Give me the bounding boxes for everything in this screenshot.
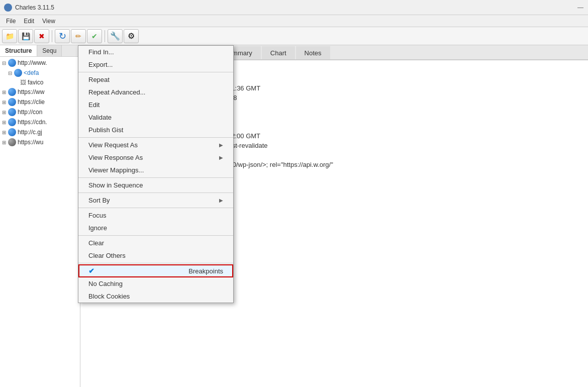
- menu-bar: File Edit View: [0, 15, 588, 27]
- toolbar-refresh-button[interactable]: ↻: [55, 29, 70, 43]
- tree-label: http://con: [18, 109, 42, 116]
- toolbar-check-button[interactable]: ✔: [87, 29, 102, 43]
- ctx-clear[interactable]: Clear: [78, 237, 233, 249]
- separator: [78, 208, 233, 208]
- title-bar: Charles 3.11.5 —: [0, 0, 588, 15]
- list-item[interactable]: 🖼 favico: [0, 78, 80, 87]
- tab-sequence[interactable]: Sequ: [37, 45, 62, 56]
- ctx-publish-gist[interactable]: Publish Gist: [78, 124, 233, 136]
- ctx-no-caching[interactable]: No Caching: [78, 277, 233, 290]
- globe-icon: [8, 138, 16, 146]
- expand-icon: ⊟: [2, 60, 8, 66]
- toolbar-separator-1: [52, 30, 52, 42]
- toolbar-settings-button[interactable]: ⚙: [124, 29, 139, 43]
- list-item[interactable]: ⊟ <defa: [0, 68, 80, 78]
- toolbar-open-button[interactable]: 📁: [2, 29, 17, 43]
- list-item[interactable]: ⊞ https://clie: [0, 97, 80, 107]
- separator: [78, 235, 233, 236]
- globe-icon: [8, 98, 16, 106]
- panel-tabs: Structure Sequ: [0, 45, 80, 57]
- ctx-ignore[interactable]: Ignore: [78, 222, 233, 234]
- ctx-sort-by[interactable]: Sort By: [78, 194, 233, 207]
- tree-label: https://wu: [18, 139, 43, 146]
- menu-edit[interactable]: Edit: [20, 17, 38, 26]
- ctx-export[interactable]: Export...: [78, 58, 233, 71]
- tab-structure[interactable]: Structure: [0, 45, 37, 56]
- expand-icon: ⊞: [2, 130, 8, 135]
- expand-icon: ⊟: [8, 70, 14, 76]
- main-container: Structure Sequ ⊟ http://www. ⊟ <defa 🖼 f…: [0, 45, 588, 387]
- toolbar-close-button[interactable]: ✖: [34, 29, 49, 43]
- list-item[interactable]: ⊟ http://www.: [0, 58, 80, 68]
- expand-icon: ⊞: [2, 89, 8, 95]
- list-item[interactable]: ⊞ https://cdn.: [0, 117, 80, 127]
- app-icon: [4, 4, 12, 12]
- tree-label: http://www.: [18, 59, 47, 66]
- ctx-validate[interactable]: Validate: [78, 111, 233, 124]
- ctx-view-request-as[interactable]: View Request As: [78, 139, 233, 151]
- globe-icon: [8, 59, 16, 67]
- tree-label: https://ww: [18, 88, 44, 95]
- ctx-focus[interactable]: Focus: [78, 209, 233, 222]
- app-title: Charles 3.11.5: [15, 4, 54, 11]
- globe-icon: [8, 108, 16, 116]
- list-item[interactable]: ⊞ http://c.gj: [0, 127, 80, 137]
- tree-label: https://cdn.: [18, 119, 47, 126]
- expand-icon: ⊞: [2, 140, 8, 145]
- tree-label: favico: [28, 79, 43, 86]
- file-icon: 🖼: [20, 79, 26, 86]
- ctx-block-cookies[interactable]: Block Cookies: [78, 290, 233, 303]
- expand-icon: ⊞: [2, 120, 8, 125]
- tree-label: <defa: [24, 69, 39, 76]
- globe-icon: [8, 128, 16, 136]
- checkmark-icon: ✔: [88, 267, 94, 275]
- separator: [78, 192, 233, 193]
- ctx-repeat[interactable]: Repeat: [78, 73, 233, 86]
- minimize-button[interactable]: —: [577, 4, 584, 11]
- toolbar-separator-2: [105, 30, 105, 42]
- tree-container: ⊟ http://www. ⊟ <defa 🖼 favico ⊞ https:/…: [0, 57, 80, 148]
- ctx-breakpoints[interactable]: ✔ Breakpoints: [78, 264, 233, 277]
- tree-label: https://clie: [18, 99, 45, 106]
- globe-icon: [8, 88, 16, 96]
- toolbar-save-button[interactable]: 💾: [18, 29, 33, 43]
- separator: [78, 137, 233, 138]
- ctx-repeat-advanced[interactable]: Repeat Advanced...: [78, 86, 233, 99]
- list-item[interactable]: ⊞ https://ww: [0, 87, 80, 97]
- separator: [78, 263, 233, 263]
- globe-icon: [14, 69, 22, 77]
- tab-notes[interactable]: Notes: [296, 46, 330, 59]
- tab-chart[interactable]: Chart: [262, 46, 295, 59]
- list-item[interactable]: ⊞ http://con: [0, 107, 80, 117]
- menu-file[interactable]: File: [2, 17, 20, 26]
- expand-icon: ⊞: [2, 110, 8, 115]
- left-panel: Structure Sequ ⊟ http://www. ⊟ <defa 🖼 f…: [0, 45, 80, 387]
- ctx-viewer-mappings[interactable]: Viewer Mappings...: [78, 164, 233, 176]
- toolbar-edit-button[interactable]: ✏: [71, 29, 86, 43]
- toolbar-tools-button[interactable]: 🔧: [108, 29, 123, 43]
- window-controls: —: [577, 4, 584, 11]
- menu-view[interactable]: View: [38, 17, 59, 26]
- separator: [78, 72, 233, 72]
- toolbar: 📁 💾 ✖ ↻ ✏ ✔ 🔧 ⚙: [0, 27, 588, 45]
- tree-label: http://c.gj: [18, 129, 42, 136]
- expand-icon: ⊞: [2, 100, 8, 105]
- ctx-clear-others[interactable]: Clear Others: [78, 249, 233, 262]
- ctx-view-response-as[interactable]: View Response As: [78, 151, 233, 164]
- ctx-show-in-sequence[interactable]: Show in Sequence: [78, 179, 233, 191]
- globe-icon: [8, 118, 16, 126]
- ctx-edit[interactable]: Edit: [78, 99, 233, 111]
- context-menu: Find In... Export... Repeat Repeat Advan…: [78, 45, 234, 303]
- separator: [78, 177, 233, 178]
- list-item[interactable]: ⊞ https://wu: [0, 137, 80, 147]
- ctx-find-in[interactable]: Find In...: [78, 46, 233, 58]
